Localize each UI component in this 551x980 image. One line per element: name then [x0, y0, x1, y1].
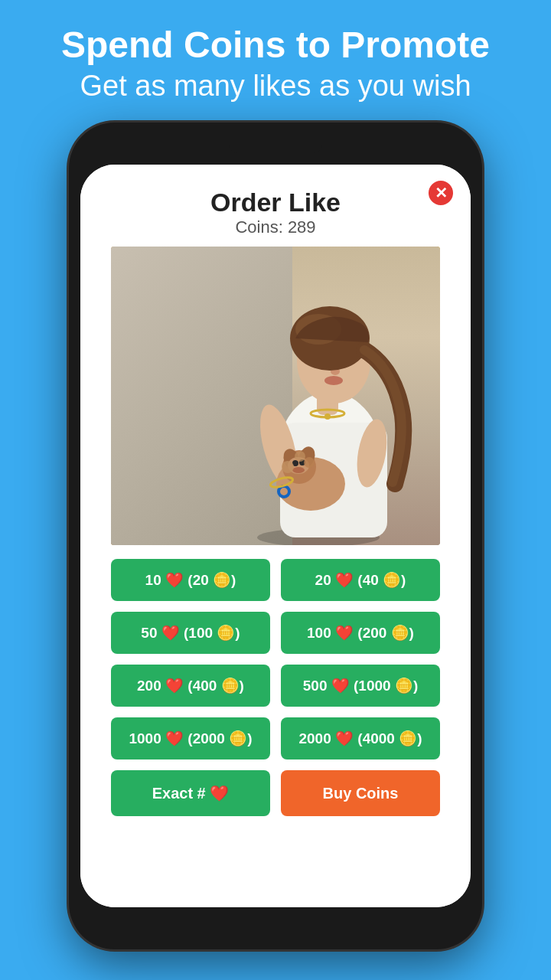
modal-content: Order Like Coins: 289 ✕	[80, 165, 471, 907]
close-x-label: ✕	[435, 185, 448, 201]
svg-point-12	[292, 467, 305, 473]
order-20-label: 20 ❤️ (40 🪙)	[315, 571, 406, 589]
svg-point-18	[324, 413, 331, 420]
order-btn-2000[interactable]: 2000 ❤️ (4000 🪙)	[281, 717, 440, 760]
order-1000-label: 1000 ❤️ (2000 🪙)	[129, 730, 252, 747]
page-subtitle: Get as many likes as you wish	[15, 67, 536, 105]
phone-notch	[230, 139, 321, 153]
close-button[interactable]: ✕	[426, 178, 455, 207]
buy-coins-button[interactable]: Buy Coins	[281, 770, 440, 816]
page-title: Spend Coins to Promote	[15, 23, 536, 67]
order-500-label: 500 ❤️ (1000 🪙)	[303, 677, 418, 694]
svg-point-26	[324, 376, 343, 385]
phone-screen: Order Like Coins: 289 ✕	[80, 165, 471, 907]
order-10-label: 10 ❤️ (20 🪙)	[145, 571, 236, 589]
phone-frame-container: Order Like Coins: 289 ✕	[69, 122, 482, 949]
coins-display: Coins: 289	[235, 217, 315, 237]
close-icon: ✕	[426, 178, 455, 207]
order-50-label: 50 ❤️ (100 🪙)	[141, 624, 240, 642]
svg-point-15	[295, 451, 305, 462]
bottom-buttons: Exact # ❤️ Buy Coins	[111, 770, 440, 816]
exact-button[interactable]: Exact # ❤️	[111, 770, 270, 816]
order-btn-100[interactable]: 100 ❤️ (200 🪙)	[281, 612, 440, 654]
modal-title: Order Like	[210, 188, 341, 217]
order-btn-10[interactable]: 10 ❤️ (20 🪙)	[111, 559, 270, 601]
order-btn-200[interactable]: 200 ❤️ (400 🪙)	[111, 665, 270, 707]
order-100-label: 100 ❤️ (200 🪙)	[307, 624, 414, 642]
woman-illustration	[211, 262, 425, 545]
order-btn-50[interactable]: 50 ❤️ (100 🪙)	[111, 612, 270, 654]
phone-frame: Order Like Coins: 289 ✕	[69, 122, 482, 949]
post-image	[111, 247, 440, 545]
order-btn-20[interactable]: 20 ❤️ (40 🪙)	[281, 559, 440, 601]
order-btn-500[interactable]: 500 ❤️ (1000 🪙)	[281, 665, 440, 707]
order-buttons-grid: 10 ❤️ (20 🪙) 20 ❤️ (40 🪙) 50 ❤️ (100 🪙) …	[111, 559, 440, 760]
order-btn-1000[interactable]: 1000 ❤️ (2000 🪙)	[111, 717, 270, 760]
order-200-label: 200 ❤️ (400 🪙)	[137, 677, 244, 694]
svg-point-13	[282, 461, 294, 473]
svg-point-14	[304, 457, 315, 468]
order-2000-label: 2000 ❤️ (4000 🪙)	[298, 730, 422, 747]
